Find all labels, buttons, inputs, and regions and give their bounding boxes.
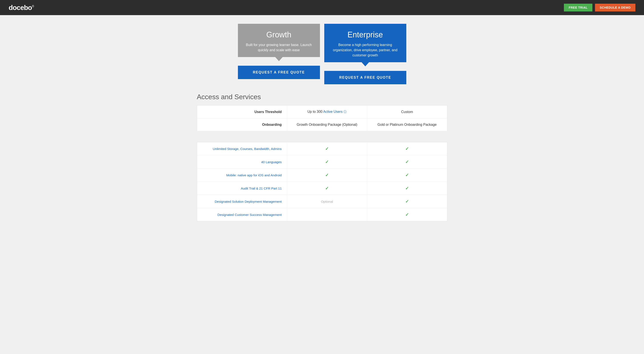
enterprise-quote-button[interactable]: REQUEST A FREE QUOTE bbox=[324, 71, 406, 84]
table-row: 40 Languages ✓ ✓ bbox=[197, 155, 447, 169]
feature-enterprise-check: ✓ bbox=[367, 155, 447, 169]
checkmark-icon: ✓ bbox=[405, 212, 409, 217]
growth-plan-description: Built for your growing learner base. Lau… bbox=[242, 42, 316, 53]
checkmark-icon: ✓ bbox=[405, 160, 409, 164]
onboarding-growth: Growth Onboarding Package (Optional) bbox=[287, 118, 367, 131]
table-row: Designated Solution Deployment Managemen… bbox=[197, 195, 447, 208]
feature-growth-check: ✓ bbox=[287, 142, 367, 155]
table-row: Unlimited Storage, Courses, Bandwidth, A… bbox=[197, 142, 447, 155]
feature-label: Designated Customer Success Management bbox=[197, 208, 287, 221]
feature-label: Designated Solution Deployment Managemen… bbox=[197, 195, 287, 208]
feature-enterprise-check: ✓ bbox=[367, 195, 447, 208]
feature-growth-check: ✓ bbox=[287, 155, 367, 169]
growth-card-arrow bbox=[275, 57, 283, 61]
table-row: Onboarding Growth Onboarding Package (Op… bbox=[197, 118, 447, 131]
logo-text: docebo bbox=[9, 4, 32, 12]
feature-label: Unlimited Storage, Courses, Bandwidth, A… bbox=[197, 142, 287, 155]
features-table: Unlimited Storage, Courses, Bandwidth, A… bbox=[197, 142, 447, 221]
checkmark-icon: ✓ bbox=[325, 186, 329, 191]
optional-text: Optional bbox=[321, 200, 333, 203]
growth-plan-wrapper: Growth Built for your growing learner ba… bbox=[238, 24, 320, 84]
logo: docebo® bbox=[9, 4, 34, 12]
users-threshold-enterprise: Custom bbox=[367, 106, 447, 118]
feature-growth-optional: Optional bbox=[287, 195, 367, 208]
comparison-table: Users Threshold Up to 300 Active Users ⓘ… bbox=[197, 105, 447, 131]
feature-label: Mobile: native app for iOS and Android bbox=[197, 169, 287, 182]
table-row: Audit Trail & 21 CFR Part 11 ✓ ✓ bbox=[197, 182, 447, 195]
feature-label: 40 Languages bbox=[197, 155, 287, 169]
main-content: Growth Built for your growing learner ba… bbox=[192, 15, 452, 234]
section-title: Access and Services bbox=[197, 93, 447, 101]
onboarding-label: Onboarding bbox=[197, 118, 287, 131]
logo-sup: ® bbox=[32, 5, 34, 8]
users-threshold-growth: Up to 300 Active Users ⓘ bbox=[287, 106, 367, 118]
onboarding-enterprise: Gold or Platinum Onboarding Package bbox=[367, 118, 447, 131]
feature-growth-check: ✓ bbox=[287, 169, 367, 182]
navbar-actions: FREE TRIAL SCHEDULE A DEMO bbox=[564, 4, 635, 12]
enterprise-card-arrow bbox=[362, 62, 369, 66]
table-row: Mobile: native app for iOS and Android ✓… bbox=[197, 169, 447, 182]
feature-enterprise-check: ✓ bbox=[367, 208, 447, 221]
table-row: Designated Customer Success Management ✓ bbox=[197, 208, 447, 221]
feature-label: Audit Trail & 21 CFR Part 11 bbox=[197, 182, 287, 195]
feature-growth-check: ✓ bbox=[287, 182, 367, 195]
feature-enterprise-check: ✓ bbox=[367, 169, 447, 182]
checkmark-icon: ✓ bbox=[405, 199, 409, 204]
growth-quote-button[interactable]: REQUEST A FREE QUOTE bbox=[238, 66, 320, 79]
enterprise-plan-description: Become a high performing learning organi… bbox=[328, 42, 402, 58]
enterprise-plan-wrapper: Enterprise Become a high performing lear… bbox=[324, 24, 406, 84]
enterprise-plan-card: Enterprise Become a high performing lear… bbox=[324, 24, 406, 62]
info-icon: ⓘ bbox=[344, 110, 346, 114]
checkmark-icon: ✓ bbox=[405, 146, 409, 151]
feature-enterprise-check: ✓ bbox=[367, 142, 447, 155]
checkmark-icon: ✓ bbox=[405, 186, 409, 191]
schedule-demo-button[interactable]: SCHEDULE A DEMO bbox=[595, 4, 635, 12]
free-trial-button[interactable]: FREE TRIAL bbox=[564, 4, 592, 12]
checkmark-icon: ✓ bbox=[325, 173, 329, 177]
growth-plan-card: Growth Built for your growing learner ba… bbox=[238, 24, 320, 57]
navbar: docebo® FREE TRIAL SCHEDULE A DEMO bbox=[0, 0, 644, 15]
enterprise-plan-title: Enterprise bbox=[328, 30, 402, 39]
feature-growth-empty bbox=[287, 208, 367, 221]
feature-enterprise-check: ✓ bbox=[367, 182, 447, 195]
table-row: Users Threshold Up to 300 Active Users ⓘ… bbox=[197, 106, 447, 118]
users-threshold-label: Users Threshold bbox=[197, 106, 287, 118]
checkmark-icon: ✓ bbox=[325, 160, 329, 164]
growth-plan-title: Growth bbox=[242, 30, 316, 39]
checkmark-icon: ✓ bbox=[405, 173, 409, 177]
checkmark-icon: ✓ bbox=[325, 146, 329, 151]
active-users-link[interactable]: Active Users bbox=[323, 110, 342, 114]
